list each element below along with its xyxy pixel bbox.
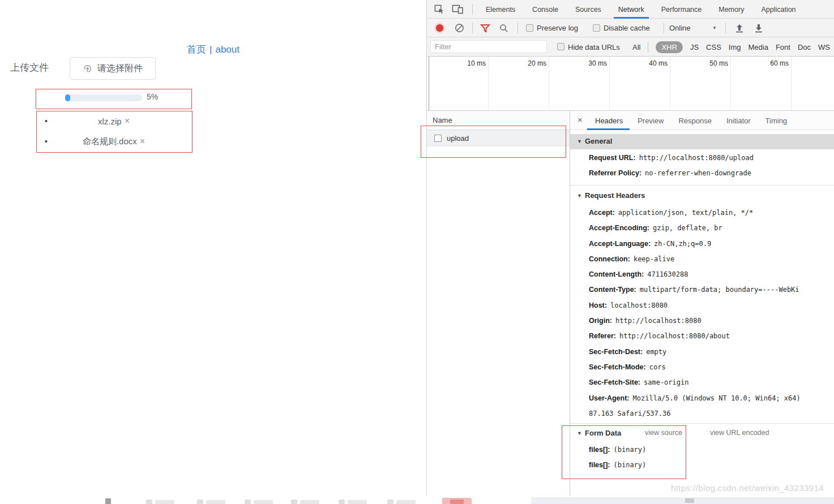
header-value: same-origin	[644, 378, 688, 386]
record-network-log-icon[interactable]	[436, 24, 443, 32]
search-icon[interactable]	[499, 24, 508, 35]
detail-tab[interactable]: Headers	[595, 111, 623, 130]
section-divider	[570, 185, 834, 186]
remove-file-icon[interactable]: ×	[140, 136, 145, 147]
header-name: Content-Length:	[589, 270, 644, 278]
timeline-gridline	[730, 57, 731, 110]
form-data-row: files[]:(binary)	[589, 442, 646, 458]
section-divider	[570, 423, 834, 424]
resource-type-filter[interactable]: WS	[818, 43, 830, 51]
detail-tab-list: HeadersPreviewResponseInitiatorTiming	[595, 111, 787, 130]
device-toolbar-icon[interactable]	[452, 4, 464, 16]
nav-about-link[interactable]: about	[215, 44, 239, 55]
timeline-tick-label: 60 ms	[755, 59, 789, 67]
network-timeline-overview[interactable]: 10 ms20 ms30 ms40 ms50 ms60 ms	[427, 57, 834, 111]
request-file-icon	[434, 135, 442, 142]
hide-data-urls-checkbox[interactable]	[557, 43, 564, 50]
clear-network-log-icon[interactable]	[455, 23, 464, 35]
header-value: application/json, text/plain, */*	[618, 209, 753, 217]
network-filter-bar: Hide data URLs AllXHRJSCSSImgMediaFontDo…	[427, 37, 834, 57]
detail-tab[interactable]: Preview	[638, 111, 664, 130]
detail-tab[interactable]: Timing	[765, 111, 788, 130]
form-data-rows: files[]:(binary) files[]:(binary)	[589, 442, 646, 473]
timeline-gridline	[791, 57, 792, 110]
header-value: http://localhost:8080	[615, 317, 702, 325]
upload-progress-percent: 5%	[147, 92, 158, 101]
resource-type-filter[interactable]: XHR	[656, 41, 682, 53]
timeline-tick-label: 10 ms	[452, 59, 486, 67]
form-field-name: files[]:	[589, 461, 610, 469]
upload-section-label: 上传文件	[10, 61, 49, 74]
request-headers-section-header[interactable]: ▼ Request Headers	[570, 189, 834, 205]
header-name: Content-Type:	[589, 286, 636, 294]
page-bottom-cutoff-bar	[0, 496, 834, 504]
timeline-gridline	[609, 57, 610, 110]
file-list-item: • 命名规则.docx ×	[36, 131, 191, 152]
resource-type-filter[interactable]: JS	[690, 43, 699, 51]
filter-funnel-icon[interactable]	[480, 24, 490, 35]
chevron-down-icon[interactable]: ▼	[712, 25, 717, 31]
header-name: Accept-Encoding:	[589, 224, 649, 232]
form-data-section-header[interactable]: ▼ Form Data view source view URL encoded	[570, 425, 834, 441]
devtools-tab[interactable]: Elements	[486, 0, 515, 19]
scrollbar-thumb[interactable]	[685, 498, 694, 503]
detail-tab[interactable]: Initiator	[726, 111, 751, 130]
preserve-log-checkbox[interactable]	[526, 24, 533, 32]
header-name: Sec-Fetch-Mode:	[589, 363, 646, 371]
close-icon[interactable]: ×	[578, 115, 583, 124]
header-row: Connection:keep-alive	[589, 252, 801, 267]
devtools-tab[interactable]: Application	[761, 0, 795, 19]
header-row: Sec-Fetch-Dest:empty	[589, 344, 801, 360]
header-name: User-Agent:	[589, 394, 630, 402]
disable-cache-label[interactable]: Disable cache	[604, 24, 650, 32]
detail-tab[interactable]: Response	[678, 111, 712, 130]
triangle-down-icon: ▼	[577, 430, 582, 436]
view-source-link[interactable]: view source	[645, 429, 682, 437]
filter-input[interactable]	[430, 40, 547, 53]
choose-attachment-button[interactable]: 请选择附件	[70, 57, 156, 80]
resource-type-filter[interactable]: CSS	[706, 43, 721, 51]
timeline-gridline	[488, 57, 489, 110]
throttling-select[interactable]: Online	[669, 24, 691, 32]
devtools-tab[interactable]: Console	[532, 0, 558, 19]
request-detail-pane: × HeadersPreviewResponseInitiatorTiming …	[570, 111, 834, 497]
timeline-origin-line	[429, 57, 429, 110]
resource-type-filter[interactable]: All	[632, 43, 640, 51]
preserve-log-label[interactable]: Preserve log	[537, 24, 578, 32]
inspect-element-icon[interactable]	[434, 4, 444, 16]
header-row: 87.163 Safari/537.36	[589, 406, 801, 421]
nav-home-link[interactable]: 首页	[187, 44, 206, 55]
devtools-tab[interactable]: Network	[618, 0, 644, 19]
resource-type-filter[interactable]: Doc	[798, 43, 811, 51]
general-section-header[interactable]: ▼ General	[570, 134, 834, 149]
disable-cache-checkbox[interactable]	[593, 24, 600, 32]
requests-name-column-header[interactable]: Name	[427, 111, 570, 130]
requests-list: upload	[427, 130, 570, 147]
follow-button[interactable]	[442, 498, 472, 504]
page-nav: 首页|about	[187, 43, 239, 56]
header-value: multipart/form-data; boundary=----WebKi	[640, 286, 799, 294]
upload-progress-fill	[65, 94, 70, 101]
header-name: Origin:	[589, 317, 612, 325]
resource-type-filter[interactable]: Media	[748, 43, 768, 51]
resource-type-filter[interactable]: Img	[729, 43, 741, 51]
remove-file-icon[interactable]: ×	[125, 116, 130, 126]
request-row[interactable]: upload	[427, 130, 570, 147]
toolbar-separator	[472, 23, 473, 33]
header-name: Referer:	[589, 332, 616, 340]
import-har-icon[interactable]	[735, 24, 743, 35]
upload-progress-bar	[65, 94, 142, 101]
horizontal-scrollbar[interactable]	[531, 497, 834, 504]
devtools-tab[interactable]: Memory	[718, 0, 744, 19]
export-har-icon[interactable]	[755, 24, 763, 35]
header-name: Referrer Policy:	[589, 169, 641, 177]
view-url-encoded-link[interactable]: view URL encoded	[710, 429, 769, 437]
header-row: Content-Length:4711630288	[589, 267, 801, 282]
devtools-tab[interactable]: Performance	[661, 0, 702, 19]
header-row: Request URL:http://localhost:8080/upload	[589, 150, 754, 166]
request-headers-title: Request Headers	[585, 191, 645, 200]
devtools-tab[interactable]: Sources	[575, 0, 601, 19]
resource-type-filter[interactable]: Font	[776, 43, 790, 51]
list-bullet: •	[45, 137, 48, 146]
hide-data-urls-label[interactable]: Hide data URLs	[568, 43, 620, 51]
